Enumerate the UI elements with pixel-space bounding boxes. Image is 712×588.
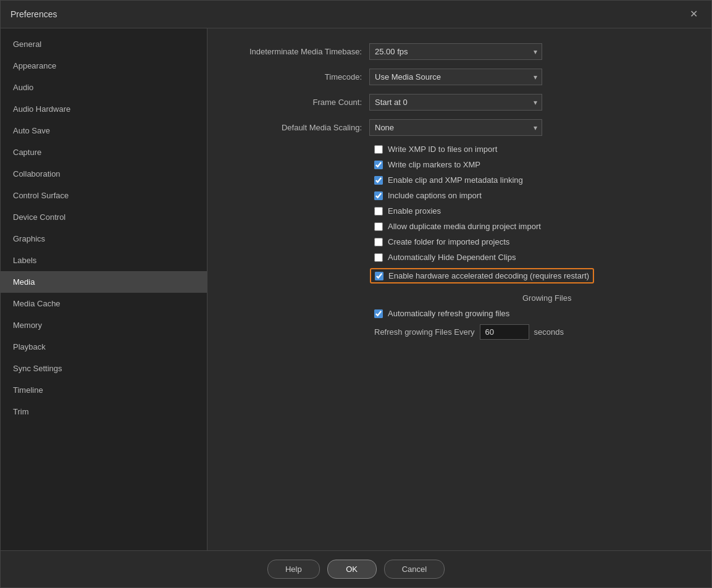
ok-button[interactable]: OK: [327, 560, 377, 579]
sidebar-item-playback[interactable]: Playback: [1, 336, 207, 358]
timecode-row: Timecode: Use Media Source Generate: [226, 69, 693, 85]
enable-proxies-label: Enable proxies: [388, 206, 441, 216]
bottom-bar: Help OK Cancel: [1, 550, 711, 587]
refresh-interval-unit: seconds: [534, 327, 564, 337]
sidebar-item-collaboration[interactable]: Collaboration: [1, 163, 207, 185]
write-clip-markers-row: Write clip markers to XMP: [374, 160, 693, 169]
allow-duplicate-checkbox[interactable]: [374, 222, 383, 231]
media-scaling-row: Default Media Scaling: None Set to Frame…: [226, 119, 693, 136]
write-xmp-id-label: Write XMP ID to files on import: [388, 145, 497, 154]
frame-count-select-wrapper: Start at 0 Start at 1 Timecode Conversio…: [369, 94, 542, 111]
dialog-title: Preferences: [10, 9, 57, 19]
sidebar-item-control-surface[interactable]: Control Surface: [1, 185, 207, 206]
create-folder-checkbox[interactable]: [374, 238, 383, 246]
auto-refresh-checkbox[interactable]: [374, 309, 383, 318]
hardware-decoding-checkbox[interactable]: [375, 272, 383, 280]
create-folder-row: Create folder for imported projects: [374, 237, 693, 246]
refresh-interval-label: Refresh growing Files Every: [374, 327, 475, 337]
enable-clip-xmp-row: Enable clip and XMP metadata linking: [374, 175, 693, 185]
refresh-interval-row: Refresh growing Files Every seconds: [374, 324, 693, 340]
title-bar: Preferences ✕: [1, 1, 711, 28]
sidebar-item-general[interactable]: General: [1, 33, 207, 55]
timebase-label: Indeterminate Media Timebase:: [226, 47, 362, 56]
sidebar-item-timeline[interactable]: Timeline: [1, 379, 207, 401]
sidebar: General Appearance Audio Audio Hardware …: [1, 28, 207, 550]
cancel-button[interactable]: Cancel: [384, 560, 445, 579]
main-content: Indeterminate Media Timebase: 23.976 fps…: [207, 28, 711, 550]
sidebar-item-appearance[interactable]: Appearance: [1, 55, 207, 77]
sidebar-item-labels[interactable]: Labels: [1, 250, 207, 271]
timebase-select-wrapper: 23.976 fps 24 fps 25.00 fps 29.97 fps 30…: [369, 43, 542, 60]
enable-proxies-checkbox[interactable]: [374, 207, 383, 216]
auto-hide-dependent-checkbox[interactable]: [374, 253, 383, 262]
hardware-decoding-row: Enable hardware accelerated decoding (re…: [370, 268, 594, 284]
sidebar-item-audio[interactable]: Audio: [1, 77, 207, 98]
frame-count-select[interactable]: Start at 0 Start at 1 Timecode Conversio…: [369, 94, 542, 111]
sidebar-item-trim[interactable]: Trim: [1, 401, 207, 422]
sidebar-item-capture[interactable]: Capture: [1, 141, 207, 163]
content-area: General Appearance Audio Audio Hardware …: [1, 28, 711, 550]
sidebar-item-media-cache[interactable]: Media Cache: [1, 293, 207, 314]
frame-count-label: Frame Count:: [226, 98, 362, 107]
auto-hide-dependent-row: Automatically Hide Dependent Clips: [374, 253, 693, 262]
enable-proxies-row: Enable proxies: [374, 206, 693, 216]
write-clip-markers-label: Write clip markers to XMP: [388, 160, 480, 169]
auto-refresh-row: Automatically refresh growing files: [374, 309, 693, 318]
frame-count-row: Frame Count: Start at 0 Start at 1 Timec…: [226, 94, 693, 111]
media-scaling-label: Default Media Scaling:: [226, 123, 362, 132]
sidebar-item-auto-save[interactable]: Auto Save: [1, 120, 207, 141]
sidebar-item-device-control[interactable]: Device Control: [1, 206, 207, 228]
hardware-decoding-label: Enable hardware accelerated decoding (re…: [388, 271, 589, 280]
include-captions-label: Include captions on import: [388, 191, 482, 200]
auto-hide-dependent-label: Automatically Hide Dependent Clips: [388, 253, 516, 262]
write-xmp-id-checkbox[interactable]: [374, 145, 383, 154]
enable-clip-xmp-checkbox[interactable]: [374, 176, 383, 185]
growing-files-section: Growing Files Automatically refresh grow…: [374, 293, 693, 340]
timebase-select[interactable]: 23.976 fps 24 fps 25.00 fps 29.97 fps 30…: [369, 43, 542, 60]
write-clip-markers-checkbox[interactable]: [374, 161, 383, 169]
sidebar-item-sync-settings[interactable]: Sync Settings: [1, 358, 207, 379]
create-folder-label: Create folder for imported projects: [388, 237, 509, 246]
refresh-interval-input[interactable]: [480, 324, 529, 340]
sidebar-item-media[interactable]: Media: [1, 271, 207, 293]
media-scaling-select[interactable]: None Set to Frame Size Set to Frame Size…: [369, 119, 542, 136]
allow-duplicate-label: Allow duplicate media during project imp…: [388, 222, 541, 231]
media-scaling-select-wrapper: None Set to Frame Size Set to Frame Size…: [369, 119, 542, 136]
timecode-select-wrapper: Use Media Source Generate: [369, 69, 542, 85]
allow-duplicate-row: Allow duplicate media during project imp…: [374, 222, 693, 231]
include-captions-row: Include captions on import: [374, 191, 693, 200]
timebase-row: Indeterminate Media Timebase: 23.976 fps…: [226, 43, 693, 60]
auto-refresh-label: Automatically refresh growing files: [388, 309, 509, 318]
help-button[interactable]: Help: [267, 560, 320, 579]
growing-files-header: Growing Files: [522, 293, 693, 303]
preferences-dialog: Preferences ✕ General Appearance Audio A…: [0, 0, 712, 588]
sidebar-item-memory[interactable]: Memory: [1, 314, 207, 336]
write-xmp-id-row: Write XMP ID to files on import: [374, 145, 693, 154]
sidebar-item-graphics[interactable]: Graphics: [1, 228, 207, 250]
timecode-label: Timecode:: [226, 72, 362, 82]
timecode-select[interactable]: Use Media Source Generate: [369, 69, 542, 85]
include-captions-checkbox[interactable]: [374, 191, 383, 200]
enable-clip-xmp-label: Enable clip and XMP metadata linking: [388, 175, 523, 185]
sidebar-item-audio-hardware[interactable]: Audio Hardware: [1, 98, 207, 120]
close-button[interactable]: ✕: [686, 8, 702, 20]
